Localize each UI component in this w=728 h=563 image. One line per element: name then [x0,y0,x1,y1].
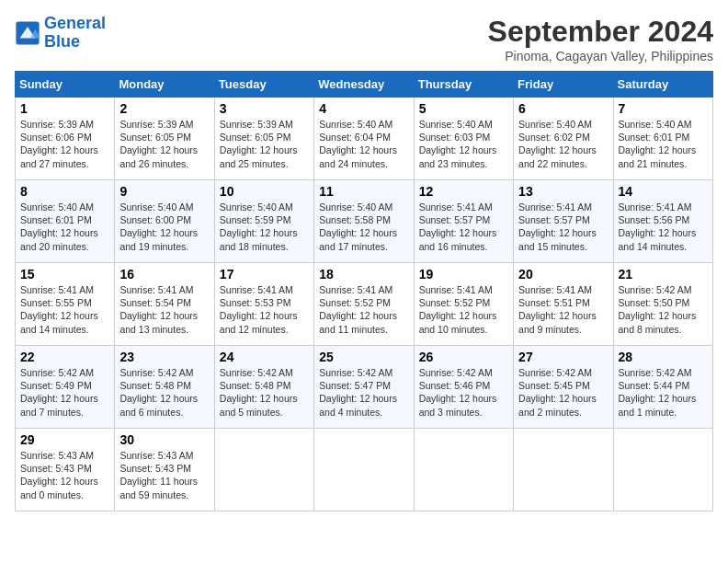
sunset-label: Sunset: 5:43 PM [20,463,92,474]
col-thursday: Thursday [414,72,513,98]
calendar-cell: 10 Sunrise: 5:40 AM Sunset: 5:59 PM Dayl… [214,180,313,263]
sunrise-label: Sunrise: 5:41 AM [518,201,592,213]
calendar-cell: 18 Sunrise: 5:41 AM Sunset: 5:52 PM Dayl… [314,263,414,346]
day-info: Sunrise: 5:42 AM Sunset: 5:44 PM Dayligh… [619,366,708,419]
day-info: Sunrise: 5:41 AM Sunset: 5:52 PM Dayligh… [319,283,408,336]
day-number: 11 [319,184,408,199]
sunset-label: Sunset: 5:53 PM [220,297,291,308]
day-number: 23 [119,350,209,364]
day-info: Sunrise: 5:40 AM Sunset: 6:03 PM Dayligh… [419,118,508,170]
calendar-cell [613,429,712,511]
sunrise-label: Sunrise: 5:39 AM [220,119,293,130]
day-info: Sunrise: 5:42 AM Sunset: 5:45 PM Dayligh… [518,366,608,419]
calendar-cell: 28 Sunrise: 5:42 AM Sunset: 5:44 PM Dayl… [613,346,712,429]
daylight-label: Daylight: 12 hours and 26 minutes. [119,144,198,168]
daylight-label: Daylight: 12 hours and 27 minutes. [20,144,98,168]
sunset-label: Sunset: 5:46 PM [419,380,491,391]
sunrise-label: Sunrise: 5:41 AM [119,284,193,295]
sunrise-label: Sunrise: 5:41 AM [220,284,293,295]
sunset-label: Sunset: 5:52 PM [319,297,391,308]
day-info: Sunrise: 5:41 AM Sunset: 5:54 PM Dayligh… [119,283,209,336]
day-info: Sunrise: 5:39 AM Sunset: 6:05 PM Dayligh… [220,118,309,170]
logo: General Blue [15,15,106,52]
calendar-header-row: Sunday Monday Tuesday Wednesday Thursday… [16,72,713,98]
col-monday: Monday [115,72,214,98]
daylight-label: Daylight: 12 hours and 11 minutes. [319,310,397,334]
day-info: Sunrise: 5:41 AM Sunset: 5:57 PM Dayligh… [518,201,608,253]
daylight-label: Daylight: 12 hours and 3 minutes. [419,393,497,417]
day-number: 1 [20,101,109,116]
col-tuesday: Tuesday [214,72,313,98]
day-info: Sunrise: 5:39 AM Sunset: 6:05 PM Dayligh… [119,118,209,170]
day-number: 25 [319,350,408,364]
sunrise-label: Sunrise: 5:42 AM [619,284,692,295]
calendar-cell [214,429,313,511]
day-number: 21 [619,267,708,282]
daylight-label: Daylight: 12 hours and 0 minutes. [20,476,98,500]
sunrise-label: Sunrise: 5:41 AM [518,284,592,295]
sunrise-label: Sunrise: 5:42 AM [419,367,493,378]
calendar-week-row: 8 Sunrise: 5:40 AM Sunset: 6:01 PM Dayli… [16,180,713,263]
day-info: Sunrise: 5:42 AM Sunset: 5:48 PM Dayligh… [220,366,309,419]
day-info: Sunrise: 5:40 AM Sunset: 5:58 PM Dayligh… [319,201,408,253]
day-info: Sunrise: 5:40 AM Sunset: 6:04 PM Dayligh… [319,118,408,170]
calendar-cell: 21 Sunrise: 5:42 AM Sunset: 5:50 PM Dayl… [613,263,712,346]
day-number: 27 [518,350,608,364]
sunset-label: Sunset: 6:05 PM [119,132,191,143]
day-number: 20 [518,267,608,282]
day-info: Sunrise: 5:41 AM Sunset: 5:55 PM Dayligh… [20,283,109,336]
day-number: 18 [319,267,408,282]
daylight-label: Daylight: 12 hours and 2 minutes. [518,393,597,417]
day-info: Sunrise: 5:42 AM Sunset: 5:46 PM Dayligh… [419,366,508,419]
sunrise-label: Sunrise: 5:41 AM [319,284,392,295]
calendar-cell: 23 Sunrise: 5:42 AM Sunset: 5:48 PM Dayl… [115,346,214,429]
daylight-label: Daylight: 12 hours and 23 minutes. [419,144,497,168]
location: Pinoma, Cagayan Valley, Philippines [488,49,713,63]
calendar-cell: 2 Sunrise: 5:39 AM Sunset: 6:05 PM Dayli… [115,98,214,180]
sunset-label: Sunset: 5:48 PM [119,380,191,391]
sunrise-label: Sunrise: 5:41 AM [619,201,692,213]
day-number: 24 [220,350,309,364]
day-number: 26 [419,350,508,364]
sunrise-label: Sunrise: 5:40 AM [419,119,493,130]
sunset-label: Sunset: 5:49 PM [20,380,92,391]
sunrise-label: Sunrise: 5:40 AM [518,119,592,130]
day-number: 3 [220,101,309,116]
sunrise-label: Sunrise: 5:40 AM [220,201,293,213]
logo-icon [15,20,40,46]
calendar-cell: 22 Sunrise: 5:42 AM Sunset: 5:49 PM Dayl… [16,346,115,429]
day-info: Sunrise: 5:41 AM Sunset: 5:51 PM Dayligh… [518,283,608,336]
calendar-cell: 30 Sunrise: 5:43 AM Sunset: 5:43 PM Dayl… [115,429,214,511]
calendar-week-row: 29 Sunrise: 5:43 AM Sunset: 5:43 PM Dayl… [16,429,713,511]
sunrise-label: Sunrise: 5:40 AM [319,201,392,213]
day-number: 16 [119,267,209,282]
calendar-cell: 20 Sunrise: 5:41 AM Sunset: 5:51 PM Dayl… [514,263,613,346]
day-number: 8 [20,184,109,199]
calendar-cell [414,429,513,511]
sunrise-label: Sunrise: 5:39 AM [119,119,193,130]
day-info: Sunrise: 5:40 AM Sunset: 6:01 PM Dayligh… [20,201,109,253]
daylight-label: Daylight: 12 hours and 8 minutes. [619,310,697,334]
sunrise-label: Sunrise: 5:42 AM [220,367,293,378]
day-info: Sunrise: 5:40 AM Sunset: 5:59 PM Dayligh… [220,201,309,253]
sunrise-label: Sunrise: 5:42 AM [119,367,193,378]
day-number: 14 [619,184,708,199]
calendar-week-row: 15 Sunrise: 5:41 AM Sunset: 5:55 PM Dayl… [16,263,713,346]
sunset-label: Sunset: 5:47 PM [319,380,391,391]
daylight-label: Daylight: 12 hours and 5 minutes. [220,393,298,417]
calendar-cell: 29 Sunrise: 5:43 AM Sunset: 5:43 PM Dayl… [16,429,115,511]
daylight-label: Daylight: 11 hours and 59 minutes. [119,476,198,500]
daylight-label: Daylight: 12 hours and 9 minutes. [518,310,597,334]
day-number: 15 [20,267,109,282]
sunset-label: Sunset: 6:05 PM [220,132,291,143]
sunset-label: Sunset: 5:56 PM [619,214,690,225]
daylight-label: Daylight: 12 hours and 1 minute. [619,393,697,417]
sunrise-label: Sunrise: 5:43 AM [119,450,193,461]
daylight-label: Daylight: 12 hours and 22 minutes. [518,144,597,168]
day-info: Sunrise: 5:42 AM Sunset: 5:50 PM Dayligh… [619,283,708,336]
calendar-cell: 25 Sunrise: 5:42 AM Sunset: 5:47 PM Dayl… [314,346,414,429]
calendar-cell: 15 Sunrise: 5:41 AM Sunset: 5:55 PM Dayl… [16,263,115,346]
day-info: Sunrise: 5:39 AM Sunset: 6:06 PM Dayligh… [20,118,109,170]
sunrise-label: Sunrise: 5:42 AM [20,367,94,378]
sunset-label: Sunset: 5:57 PM [419,214,491,225]
